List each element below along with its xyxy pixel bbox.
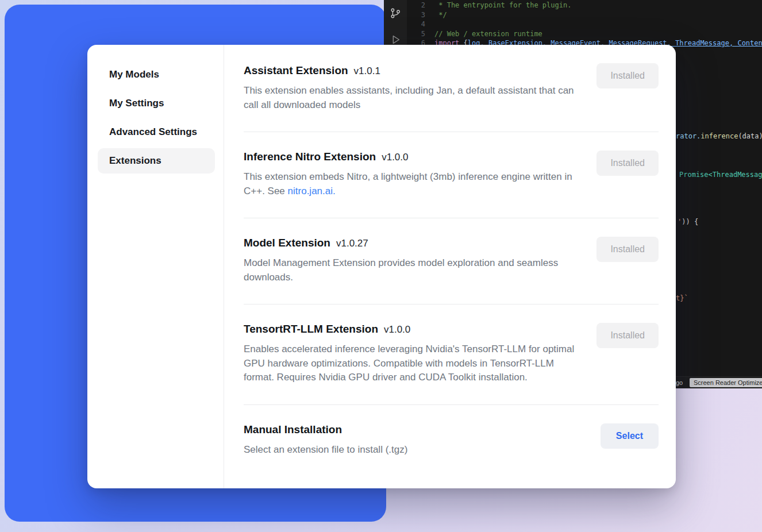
sidebar-item-my-models[interactable]: My Models: [98, 62, 215, 87]
extension-title: Model Extension: [244, 237, 330, 249]
line-number: 3: [407, 10, 425, 20]
code-token: )) {: [682, 218, 698, 226]
sidebar-item-advanced-settings[interactable]: Advanced Settings: [98, 119, 215, 145]
code-fragment: t}`: [676, 294, 688, 303]
source-control-icon: [389, 7, 402, 20]
extension-row-nitro: Inference Nitro Extensionv1.0.0 This ext…: [244, 132, 659, 218]
extensions-list: Assistant Extensionv1.0.1 This extension…: [224, 45, 676, 488]
code-text: */: [425, 10, 447, 20]
extension-version: v1.0.1: [354, 65, 380, 76]
code-line: 3 */: [407, 10, 762, 20]
line-number: 2: [407, 1, 425, 10]
code-line: 4: [407, 20, 762, 29]
status-item: go: [676, 379, 683, 386]
installed-button[interactable]: Installed: [596, 323, 659, 348]
line-number: 4: [407, 20, 425, 29]
code-fragment: rator.inference(data));: [676, 132, 762, 141]
code-text: // Web / extension runtime: [425, 29, 542, 39]
extension-version: v1.0.0: [382, 152, 408, 163]
installed-button[interactable]: Installed: [596, 237, 659, 262]
code-lines: 2 * The entrypoint for the plugin. 3 */ …: [407, 1, 762, 48]
extension-row-assistant: Assistant Extensionv1.0.1 This extension…: [244, 45, 659, 132]
sidebar-item-my-settings[interactable]: My Settings: [98, 91, 215, 116]
select-file-button[interactable]: Select: [601, 423, 659, 449]
installed-button[interactable]: Installed: [596, 63, 659, 88]
line-number: 5: [407, 29, 425, 39]
manual-installation-title: Manual Installation: [244, 423, 342, 435]
code-token: inference: [701, 132, 738, 140]
nitro-link[interactable]: nitro.jan.ai.: [288, 186, 336, 196]
code-token: rator.: [676, 132, 701, 140]
sidebar-item-extensions[interactable]: Extensions: [98, 148, 215, 174]
settings-panel: My Models My Settings Advanced Settings …: [87, 45, 676, 488]
extension-title: Assistant Extension: [244, 64, 348, 76]
extension-row-tensorrt: TensortRT-LLM Extensionv1.0.0 Enables ac…: [244, 304, 659, 405]
extension-version: v1.0.0: [384, 324, 410, 335]
run-icon: [389, 33, 402, 46]
extension-row-model: Model Extensionv1.0.27 Model Management …: [244, 218, 659, 304]
manual-installation-description: Select an extension file to install (.tg…: [244, 443, 576, 457]
code-fragment: Promise<ThreadMessage>: [679, 170, 762, 179]
page: 2 * The entrypoint for the plugin. 3 */ …: [0, 0, 762, 532]
installed-button[interactable]: Installed: [596, 151, 659, 176]
settings-sidebar: My Models My Settings Advanced Settings …: [87, 45, 224, 488]
code-fragment: ')) {: [678, 217, 698, 226]
extension-title: TensortRT-LLM Extension: [244, 323, 378, 335]
code-line: 5 // Web / extension runtime: [407, 29, 762, 39]
code-token: (data));: [738, 132, 762, 140]
extension-description: Enables accelerated inference leveraging…: [244, 342, 576, 385]
code-text: [425, 20, 434, 29]
code-text: * The entrypoint for the plugin.: [425, 1, 571, 10]
extension-description: This extension enables assistants, inclu…: [244, 84, 576, 112]
extension-description: This extension embeds Nitro, a lightweig…: [244, 170, 576, 198]
screen-reader-badge: Screen Reader Optimize: [690, 378, 762, 387]
extension-description: Model Management Extension provides mode…: [244, 256, 576, 284]
code-line: 2 * The entrypoint for the plugin.: [407, 1, 762, 10]
extension-version: v1.0.27: [336, 238, 368, 249]
extension-title: Inference Nitro Extension: [244, 151, 376, 163]
manual-installation-row: Manual Installation Select an extension …: [244, 405, 659, 477]
